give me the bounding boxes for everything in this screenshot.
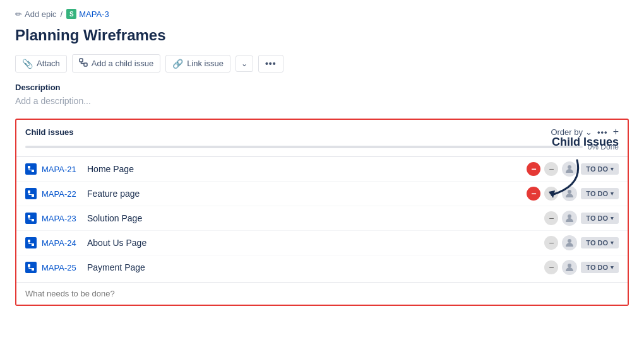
child-issues-title: Child issues (25, 127, 74, 137)
annotation-label: Child Issues (552, 136, 619, 149)
svg-rect-2 (28, 166, 30, 168)
toolbar-expand-button[interactable]: ⌄ (236, 55, 253, 72)
svg-rect-3 (32, 170, 34, 172)
status-chevron-3: ▾ (611, 215, 614, 221)
annotation: Child Issues (533, 136, 619, 206)
breadcrumb: ✏ Add epic / S MAPA-3 (0, 0, 644, 24)
issue-title-4: About Us Page (87, 238, 539, 248)
issue-id-2[interactable]: MAPA-22 (42, 189, 82, 199)
toolbar-more-button[interactable]: ••• (258, 55, 283, 73)
link-label: Link issue (187, 59, 224, 68)
svg-rect-12 (32, 243, 34, 246)
status-badge-4[interactable]: TO DO ▾ (581, 237, 619, 248)
epic-label: Add epic (25, 9, 57, 19)
status-chevron-4: ▾ (611, 240, 614, 246)
issue-title-5: Payment Page (87, 262, 539, 272)
svg-point-13 (568, 239, 571, 243)
issue-type-icon-3 (25, 213, 37, 224)
svg-marker-17 (549, 190, 555, 198)
dash-icon-5[interactable]: − (544, 260, 558, 274)
svg-rect-15 (32, 268, 34, 271)
table-row: MAPA-23 Solution Page − TO DO ▾ (16, 206, 628, 230)
status-label-5: TO DO (586, 264, 608, 271)
issue-type-icon-2 (25, 188, 37, 199)
issue-type-icon-5 (25, 262, 37, 273)
status-label-3: TO DO (586, 214, 608, 222)
status-chevron-5: ▾ (611, 264, 614, 271)
issue-actions-5: − TO DO ▾ (544, 260, 619, 275)
table-row: MAPA-25 Payment Page − TO DO ▾ (16, 255, 628, 279)
annotation-arrow (533, 154, 596, 206)
issue-id-5[interactable]: MAPA-25 (42, 263, 82, 272)
issue-title-3: Solution Page (87, 213, 539, 223)
svg-rect-14 (28, 264, 30, 267)
svg-rect-11 (28, 240, 30, 242)
progress-track (25, 146, 583, 148)
breadcrumb-separator: / (61, 9, 63, 19)
toolbar: 📎 Attach Add a child issue 🔗 Link issue … (0, 54, 644, 83)
issue-type-icon-4 (25, 237, 37, 248)
add-child-issue-button[interactable]: Add a child issue (72, 54, 160, 73)
page-title: Planning Wireframes (0, 24, 644, 54)
status-badge-5[interactable]: TO DO ▾ (581, 262, 619, 273)
paperclip-icon: 📎 (22, 59, 33, 69)
issue-id-1[interactable]: MAPA-21 (42, 165, 82, 174)
attach-button[interactable]: 📎 Attach (15, 55, 67, 73)
status-badge-3[interactable]: TO DO ▾ (581, 213, 619, 224)
breadcrumb-issue[interactable]: S MAPA-3 (66, 9, 109, 19)
link-issue-button[interactable]: 🔗 Link issue (165, 55, 230, 73)
svg-point-16 (568, 264, 571, 267)
pencil-icon: ✏ (15, 9, 22, 19)
dash-icon-4[interactable]: − (544, 236, 558, 250)
table-row: MAPA-24 About Us Page − TO DO ▾ (16, 230, 628, 255)
story-type-icon: S (66, 9, 76, 19)
attach-label: Attach (37, 59, 60, 68)
svg-rect-8 (28, 215, 30, 218)
description-section: Description Add a description... (0, 83, 644, 119)
add-child-issue-input[interactable] (16, 282, 628, 305)
dash-icon-3[interactable]: − (544, 211, 558, 225)
issue-actions-3: − TO DO ▾ (544, 211, 619, 226)
issue-title-2: Feature page (87, 189, 522, 199)
issue-title-1: Home Page (87, 164, 522, 174)
svg-rect-5 (28, 190, 30, 193)
add-epic-link[interactable]: ✏ Add epic (15, 9, 57, 19)
issue-id-breadcrumb: MAPA-3 (79, 9, 109, 19)
issue-type-icon-1 (25, 163, 37, 175)
status-label-4: TO DO (586, 239, 608, 247)
svg-rect-1 (84, 63, 87, 66)
assignee-avatar-5[interactable] (562, 260, 577, 275)
description-label: Description (15, 83, 629, 92)
svg-rect-9 (32, 219, 34, 221)
link-icon: 🔗 (172, 59, 183, 69)
issue-id-3[interactable]: MAPA-23 (42, 214, 82, 223)
issue-actions-4: − TO DO ▾ (544, 235, 619, 250)
assignee-avatar-4[interactable] (562, 235, 577, 250)
issue-id-4[interactable]: MAPA-24 (42, 238, 82, 248)
assignee-avatar-3[interactable] (562, 211, 577, 226)
child-issue-icon (79, 58, 88, 69)
description-placeholder[interactable]: Add a description... (15, 96, 629, 106)
svg-rect-0 (80, 59, 83, 62)
add-child-label: Add a child issue (92, 59, 153, 68)
svg-point-10 (568, 214, 571, 218)
svg-rect-6 (32, 194, 34, 197)
